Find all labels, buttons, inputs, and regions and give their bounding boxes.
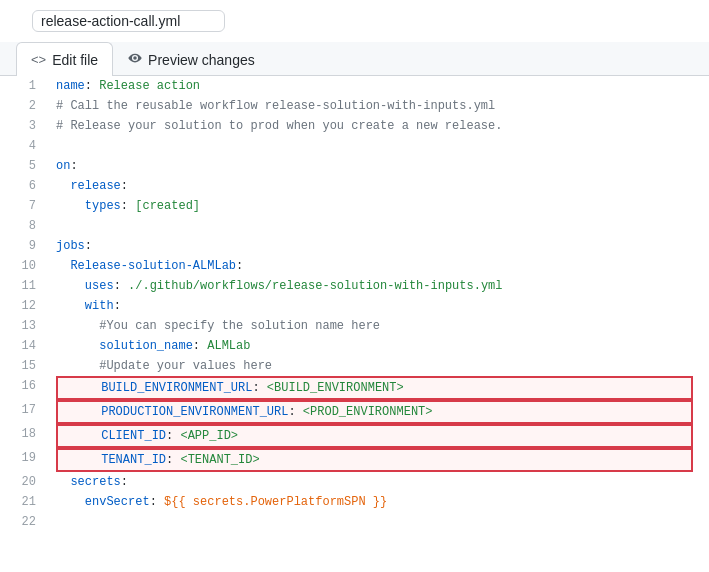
line-number: 9	[0, 236, 48, 256]
table-row: 14 solution_name: ALMLab	[0, 336, 709, 356]
table-row: 22	[0, 512, 709, 532]
line-content: TENANT_ID: <TENANT_ID>	[48, 448, 709, 472]
table-row: 16 BUILD_ENVIRONMENT_URL: <BUILD_ENVIRON…	[0, 376, 709, 400]
line-number: 2	[0, 96, 48, 116]
breadcrumb	[0, 0, 709, 42]
line-content: PRODUCTION_ENVIRONMENT_URL: <PROD_ENVIRO…	[48, 400, 709, 424]
line-number: 18	[0, 424, 48, 448]
tab-edit-file-label: Edit file	[52, 52, 98, 68]
line-content	[48, 216, 709, 236]
line-content: CLIENT_ID: <APP_ID>	[48, 424, 709, 448]
line-content: name: Release action	[48, 76, 709, 96]
table-row: 7 types: [created]	[0, 196, 709, 216]
tab-preview-changes[interactable]: Preview changes	[113, 42, 270, 76]
line-number: 10	[0, 256, 48, 276]
tab-preview-changes-label: Preview changes	[148, 52, 255, 68]
tabs-bar: <> Edit file Preview changes	[0, 42, 709, 76]
code-table: 1name: Release action2# Call the reusabl…	[0, 76, 709, 532]
line-content: uses: ./.github/workflows/release-soluti…	[48, 276, 709, 296]
edit-file-icon: <>	[31, 52, 46, 67]
line-number: 5	[0, 156, 48, 176]
line-content: BUILD_ENVIRONMENT_URL: <BUILD_ENVIRONMEN…	[48, 376, 709, 400]
line-number: 12	[0, 296, 48, 316]
table-row: 4	[0, 136, 709, 156]
table-row: 17 PRODUCTION_ENVIRONMENT_URL: <PROD_ENV…	[0, 400, 709, 424]
table-row: 11 uses: ./.github/workflows/release-sol…	[0, 276, 709, 296]
line-content: #Update your values here	[48, 356, 709, 376]
line-number: 11	[0, 276, 48, 296]
line-number: 15	[0, 356, 48, 376]
line-number: 7	[0, 196, 48, 216]
table-row: 15 #Update your values here	[0, 356, 709, 376]
line-number: 6	[0, 176, 48, 196]
line-number: 20	[0, 472, 48, 492]
line-content: secrets:	[48, 472, 709, 492]
table-row: 21 envSecret: ${{ secrets.PowerPlatformS…	[0, 492, 709, 512]
table-row: 13 #You can specify the solution name he…	[0, 316, 709, 336]
line-content: on:	[48, 156, 709, 176]
preview-icon	[128, 51, 142, 68]
line-content: Release-solution-ALMLab:	[48, 256, 709, 276]
table-row: 20 secrets:	[0, 472, 709, 492]
table-row: 5on:	[0, 156, 709, 176]
table-row: 8	[0, 216, 709, 236]
table-row: 9jobs:	[0, 236, 709, 256]
line-content: # Call the reusable workflow release-sol…	[48, 96, 709, 116]
line-number: 19	[0, 448, 48, 472]
table-row: 10 Release-solution-ALMLab:	[0, 256, 709, 276]
line-content: envSecret: ${{ secrets.PowerPlatformSPN …	[48, 492, 709, 512]
line-content: jobs:	[48, 236, 709, 256]
line-number: 8	[0, 216, 48, 236]
line-content	[48, 136, 709, 156]
line-number: 16	[0, 376, 48, 400]
table-row: 3# Release your solution to prod when yo…	[0, 116, 709, 136]
table-row: 6 release:	[0, 176, 709, 196]
line-number: 1	[0, 76, 48, 96]
line-content: solution_name: ALMLab	[48, 336, 709, 356]
table-row: 12 with:	[0, 296, 709, 316]
line-number: 4	[0, 136, 48, 156]
line-content: # Release your solution to prod when you…	[48, 116, 709, 136]
editor-area[interactable]: 1name: Release action2# Call the reusabl…	[0, 76, 709, 532]
line-number: 14	[0, 336, 48, 356]
line-number: 22	[0, 512, 48, 532]
tab-edit-file[interactable]: <> Edit file	[16, 42, 113, 76]
filename-input[interactable]	[32, 10, 225, 32]
line-content: types: [created]	[48, 196, 709, 216]
line-content	[48, 512, 709, 532]
line-number: 17	[0, 400, 48, 424]
line-number: 3	[0, 116, 48, 136]
line-number: 21	[0, 492, 48, 512]
table-row: 18 CLIENT_ID: <APP_ID>	[0, 424, 709, 448]
line-content: release:	[48, 176, 709, 196]
line-number: 13	[0, 316, 48, 336]
table-row: 2# Call the reusable workflow release-so…	[0, 96, 709, 116]
line-content: with:	[48, 296, 709, 316]
table-row: 19 TENANT_ID: <TENANT_ID>	[0, 448, 709, 472]
table-row: 1name: Release action	[0, 76, 709, 96]
line-content: #You can specify the solution name here	[48, 316, 709, 336]
